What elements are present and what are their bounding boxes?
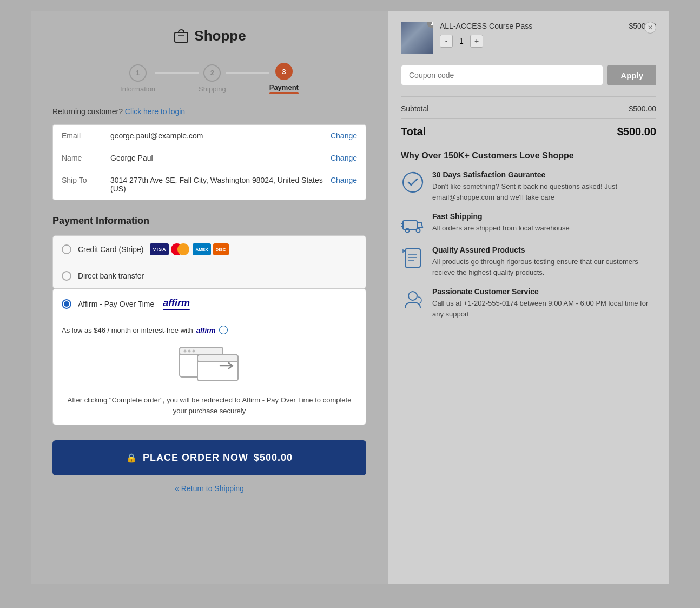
name-change-button[interactable]: Change (331, 154, 357, 162)
quantity-increase-button[interactable]: + (470, 35, 483, 48)
step-1-circle: 1 (129, 64, 147, 82)
step-payment[interactable]: 3 Payment (269, 63, 299, 94)
name-value: George Paul (110, 154, 324, 162)
page-wrapper: Shoppe 1 Information 2 Shipping 3 Paymen… (31, 11, 669, 597)
trust-service-text: Passionate Customer Service Call us at +… (432, 287, 656, 319)
svg-rect-0 (175, 32, 188, 42)
step-information[interactable]: 1 Information (120, 64, 155, 93)
shipto-change-button[interactable]: Change (331, 176, 357, 184)
trust-shipping-title: Fast Shipping (432, 212, 656, 221)
trust-item-quality: Quality Assured Products All products go… (401, 246, 656, 277)
coupon-input[interactable] (401, 65, 603, 85)
cart-quantity-control: - 1 + (440, 35, 622, 48)
cart-item-details: ALL-ACCESS Course Pass - 1 + (440, 22, 622, 48)
place-order-label: PLACE ORDER NOW (143, 452, 248, 464)
cart-item: 1 ALL-ACCESS Course Pass - 1 + $500.00 ✕ (401, 22, 656, 54)
credit-label: Credit Card (Stripe) (78, 245, 143, 254)
left-column: Shoppe 1 Information 2 Shipping 3 Paymen… (31, 11, 388, 584)
right-column: 1 ALL-ACCESS Course Pass - 1 + $500.00 ✕… (388, 11, 669, 584)
trust-section: Why Over 150K+ Customers Love Shoppe 30 … (401, 151, 656, 319)
step-2-circle: 2 (203, 64, 221, 82)
affirm-redirect-illustration (177, 343, 242, 386)
coupon-row: Apply (401, 65, 656, 85)
payment-option-bank[interactable]: Direct bank transfer (53, 263, 366, 288)
quality-icon (401, 246, 425, 269)
apply-coupon-button[interactable]: Apply (607, 65, 656, 85)
returning-customer-bar: Returning customer? Click here to login (52, 107, 366, 116)
shipto-row: Ship To 3014 277th Ave SE, Fall City, Wa… (53, 169, 366, 200)
quantity-decrease-button[interactable]: - (440, 35, 453, 48)
return-to-shipping-link[interactable]: « Return to Shipping (175, 484, 244, 493)
step-connector-1 (155, 72, 199, 74)
trust-item-satisfaction: 30 Days Satisfaction Gaurantee Don't lik… (401, 170, 656, 202)
bank-radio[interactable] (62, 271, 71, 281)
payment-section-title: Payment Information (52, 215, 366, 227)
return-link-container: « Return to Shipping (52, 484, 366, 493)
trust-satisfaction-desc: Don't like something? Sent it back no qu… (432, 181, 656, 202)
total-label: Total (401, 125, 426, 138)
subtotal-row: Subtotal $500.00 (401, 104, 656, 113)
visa-icon: VISA (150, 243, 169, 255)
trust-service-desc: Call us at +1-202-555-0174 between 9:00 … (432, 298, 656, 319)
affirm-logo-underline (163, 309, 190, 310)
trust-item-shipping: Fast Shipping All orders are shipped fro… (401, 212, 656, 236)
trust-title: Why Over 150K+ Customers Love Shoppe (401, 151, 656, 161)
affirm-redirect-text: After clicking "Complete order", you wil… (62, 395, 357, 416)
trust-shipping-desc: All orders are shipped from local wareho… (432, 223, 656, 234)
step-2-label: Shipping (199, 85, 226, 93)
lock-icon: 🔒 (126, 453, 137, 463)
returning-text: Returning customer? (52, 107, 123, 116)
login-link[interactable]: Click here to login (125, 107, 185, 116)
affirm-logo: affirm (163, 298, 190, 310)
cart-item-remove-button[interactable]: ✕ (644, 22, 656, 34)
affirm-header[interactable]: Affirm - Pay Over Time affirm (62, 298, 357, 318)
subtotal-value: $500.00 (629, 104, 656, 113)
cart-item-image: 1 (401, 22, 433, 54)
email-row: Email george.paul@example.com Change (53, 125, 366, 147)
discover-icon: DISC (213, 243, 229, 255)
trust-satisfaction-text: 30 Days Satisfaction Gaurantee Don't lik… (432, 170, 656, 202)
trust-service-title: Passionate Customer Service (432, 287, 656, 296)
affirm-content: As low as $46 / month or interest-free w… (62, 326, 357, 416)
subtotal-label: Subtotal (401, 104, 428, 113)
svg-point-4 (184, 350, 187, 353)
trust-quality-desc: All products go through rigorous testing… (432, 256, 656, 277)
affirm-info-icon[interactable]: i (219, 326, 228, 334)
affirm-inline-logo: affirm (196, 326, 216, 334)
step-active-underline (269, 92, 299, 94)
svg-point-13 (417, 229, 420, 233)
email-change-button[interactable]: Change (331, 131, 357, 140)
step-3-circle: 3 (275, 63, 293, 80)
credit-radio[interactable] (62, 244, 71, 254)
affirm-radio[interactable] (62, 299, 71, 309)
step-shipping[interactable]: 2 Shipping (199, 64, 226, 93)
svg-rect-16 (405, 249, 420, 267)
step-connector-2 (226, 72, 269, 74)
logo-icon (173, 27, 190, 44)
svg-rect-11 (403, 221, 417, 229)
step-1-label: Information (120, 85, 155, 93)
svg-point-20 (408, 292, 417, 300)
trust-quality-text: Quality Assured Products All products go… (432, 246, 656, 277)
affirm-radio-dot (64, 301, 69, 307)
svg-point-6 (193, 350, 195, 353)
logo: Shoppe (173, 27, 246, 44)
card-icons: VISA AMEX DISC (150, 243, 228, 255)
trust-shipping-text: Fast Shipping All orders are shipped fro… (432, 212, 656, 234)
affirm-option-expanded: Affirm - Pay Over Time affirm As low as … (52, 288, 366, 425)
payment-options-container: Credit Card (Stripe) VISA AMEX DISC Dire… (52, 235, 366, 289)
grand-total-row: Total $500.00 (401, 118, 656, 138)
payment-option-credit[interactable]: Credit Card (Stripe) VISA AMEX DISC (53, 236, 366, 263)
place-order-button[interactable]: 🔒 PLACE ORDER NOW $500.00 (52, 440, 366, 475)
service-icon (401, 287, 425, 311)
total-value: $500.00 (617, 125, 656, 138)
logo-area: Shoppe (52, 27, 366, 47)
shipto-label: Ship To (62, 176, 110, 184)
affirm-logo-text: affirm (163, 298, 190, 309)
totals-section: Subtotal $500.00 Total $500.00 (401, 96, 656, 138)
mastercard-icon (171, 243, 190, 255)
bank-label: Direct bank transfer (78, 272, 144, 280)
affirm-label: Affirm - Pay Over Time (78, 300, 154, 308)
svg-rect-8 (197, 355, 238, 362)
name-label: Name (62, 154, 110, 162)
